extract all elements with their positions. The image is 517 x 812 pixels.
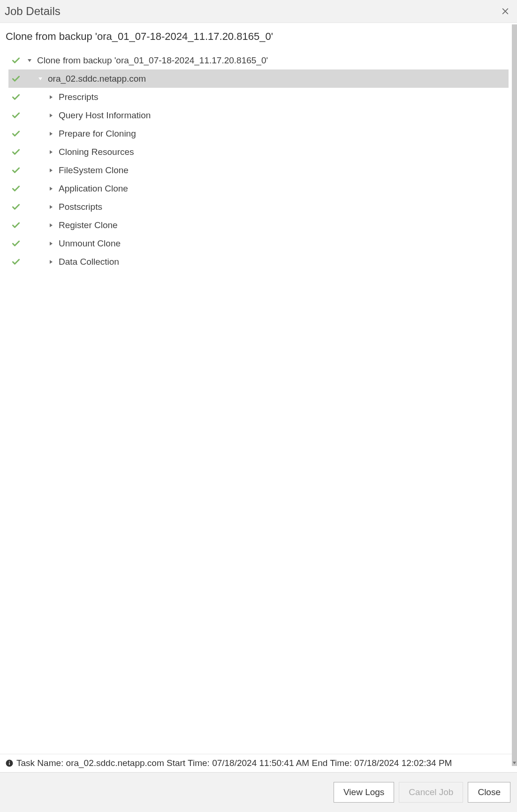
tree-row-label: Unmount Clone: [59, 238, 121, 249]
tree-row[interactable]: FileSystem Clone: [8, 161, 509, 179]
tree-row[interactable]: ora_02.sddc.netapp.com: [8, 69, 509, 88]
tree-row-label: ora_02.sddc.netapp.com: [48, 74, 146, 84]
job-tree: Clone from backup 'ora_01_07-18-2024_11.…: [0, 51, 517, 754]
tree-row-label: FileSystem Clone: [59, 165, 129, 176]
tree-row[interactable]: Application Clone: [8, 179, 509, 198]
tree-row[interactable]: Prescripts: [8, 88, 509, 106]
close-button[interactable]: Close: [468, 782, 510, 803]
info-icon: [5, 759, 14, 768]
scrollbar[interactable]: [512, 24, 517, 766]
tree-row-label: Data Collection: [59, 257, 119, 267]
chevron-right-icon[interactable]: [47, 203, 55, 211]
check-icon: [11, 55, 21, 66]
svg-marker-16: [513, 762, 516, 764]
tree-row[interactable]: Prepare for Cloning: [8, 124, 509, 143]
check-icon: [11, 238, 21, 249]
svg-marker-4: [50, 132, 53, 136]
tree-row-label: Prepare for Cloning: [59, 129, 136, 139]
chevron-right-icon[interactable]: [47, 93, 55, 101]
svg-rect-14: [9, 761, 10, 762]
chevron-right-icon[interactable]: [47, 258, 55, 266]
check-icon: [11, 165, 21, 176]
chevron-right-icon[interactable]: [47, 112, 55, 119]
check-icon: [11, 257, 21, 267]
svg-marker-11: [50, 260, 53, 264]
svg-marker-10: [50, 242, 53, 245]
svg-marker-3: [50, 114, 53, 117]
tree-row-label: Register Clone: [59, 220, 118, 230]
check-icon: [11, 202, 21, 212]
tree-row[interactable]: Postscripts: [8, 198, 509, 216]
tree-row-label: Application Clone: [59, 184, 128, 194]
tree-row-label: Cloning Resources: [59, 147, 134, 157]
tree-row[interactable]: Clone from backup 'ora_01_07-18-2024_11.…: [8, 51, 509, 69]
footer: View Logs Cancel Job Close: [0, 772, 517, 812]
statusbar: Task Name: ora_02.sddc.netapp.com Start …: [0, 754, 517, 772]
tree-row[interactable]: Register Clone: [8, 216, 509, 234]
tree-row-label: Postscripts: [59, 202, 102, 212]
check-icon: [11, 110, 21, 121]
tree-row[interactable]: Unmount Clone: [8, 234, 509, 253]
scrollbar-thumb[interactable]: [512, 24, 517, 766]
scroll-down-arrow-icon[interactable]: [512, 761, 517, 765]
tree-row-label: Query Host Information: [59, 110, 151, 121]
chevron-down-icon[interactable]: [26, 57, 33, 64]
dialog-title: Job Details: [5, 5, 61, 18]
status-text: Task Name: ora_02.sddc.netapp.com Start …: [16, 758, 452, 768]
check-icon: [11, 220, 21, 230]
svg-marker-5: [50, 150, 53, 154]
chevron-right-icon[interactable]: [47, 148, 55, 156]
svg-marker-6: [50, 169, 53, 172]
close-icon[interactable]: [500, 6, 510, 16]
cancel-job-button: Cancel Job: [399, 782, 463, 803]
svg-rect-13: [9, 763, 10, 765]
svg-marker-7: [50, 187, 53, 191]
tree-row-label: Prescripts: [59, 92, 98, 102]
job-details-dialog: Job Details Clone from backup 'ora_01_07…: [0, 0, 517, 812]
check-icon: [11, 92, 21, 102]
chevron-right-icon[interactable]: [47, 185, 55, 192]
svg-marker-0: [28, 59, 31, 62]
svg-marker-9: [50, 223, 53, 227]
svg-marker-2: [50, 95, 53, 99]
chevron-right-icon[interactable]: [47, 222, 55, 229]
svg-marker-8: [50, 205, 53, 209]
check-icon: [11, 129, 21, 139]
tree-row-label: Clone from backup 'ora_01_07-18-2024_11.…: [37, 55, 268, 66]
chevron-right-icon[interactable]: [47, 167, 55, 174]
check-icon: [11, 184, 21, 194]
tree-row[interactable]: Cloning Resources: [8, 143, 509, 161]
titlebar: Job Details: [0, 0, 517, 23]
chevron-right-icon[interactable]: [47, 130, 55, 138]
tree-row[interactable]: Query Host Information: [8, 106, 509, 124]
job-subtitle: Clone from backup 'ora_01_07-18-2024_11.…: [0, 23, 517, 51]
check-icon: [11, 147, 21, 157]
check-icon: [11, 74, 21, 84]
view-logs-button[interactable]: View Logs: [334, 782, 394, 803]
tree-row[interactable]: Data Collection: [8, 253, 509, 271]
chevron-down-icon[interactable]: [37, 75, 44, 83]
svg-marker-1: [38, 77, 42, 80]
chevron-right-icon[interactable]: [47, 240, 55, 247]
